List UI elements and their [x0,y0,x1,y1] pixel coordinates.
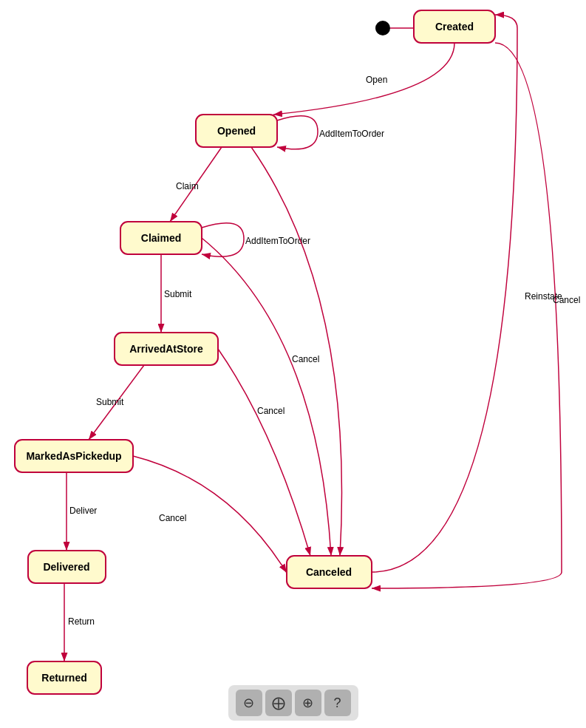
node-opened-label: Opened [217,125,256,137]
label-cancel-claimed: Cancel [292,354,319,364]
zoom-fit-button[interactable]: ⨁ [265,690,292,716]
label-claim: Claim [176,181,199,191]
label-submit-marked: Submit [96,397,124,407]
help-button[interactable]: ? [324,690,351,716]
label-opened-additem: AddItemToOrder [319,129,384,139]
label-cancel-arrived: Cancel [257,406,285,416]
arrow-reinstate [372,15,517,572]
label-cancel-created: Cancel [553,295,580,305]
label-deliver: Deliver [69,506,97,516]
arrow-cancel-opened [251,147,342,556]
node-claimed-label: Claimed [141,232,181,244]
arrow-open [273,43,454,115]
arrow-claimed-self [202,223,244,257]
node-returned-label: Returned [41,672,86,684]
arrow-cancel-marked [133,456,287,573]
label-open: Open [366,75,387,85]
arrow-opened-self [277,116,318,149]
node-canceled-label: Canceled [306,566,352,578]
label-submit-arrived: Submit [164,289,192,299]
node-marked-label: MarkedAsPickedup [26,450,121,462]
zoom-in-button[interactable]: ⊕ [295,690,321,716]
initial-state [375,21,390,35]
node-arrived-label: ArrivedAtStore [129,343,203,355]
state-diagram: Created Opened Claimed ArrivedAtStore Ma… [0,0,586,728]
arrow-cancel-arrived [218,349,310,556]
node-created-label: Created [435,21,474,33]
diagram-container: Created Opened Claimed ArrivedAtStore Ma… [0,0,586,728]
node-delivered-label: Delivered [43,561,89,573]
arrow-cancel-created [372,43,562,588]
zoom-out-button[interactable]: ⊖ [236,690,262,716]
label-return: Return [68,616,95,627]
label-cancel-marked: Cancel [159,513,186,523]
arrow-cancel-claimed [202,238,331,556]
toolbar: ⊖ ⨁ ⊕ ? [228,685,358,721]
